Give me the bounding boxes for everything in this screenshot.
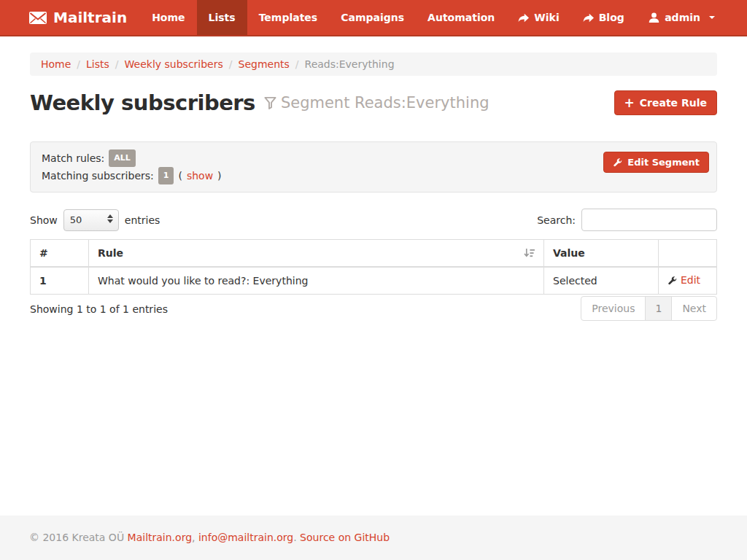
column-header-actions	[659, 240, 717, 268]
brand-label: Mailtrain	[53, 9, 127, 26]
nav-label: Wiki	[534, 12, 559, 23]
page-title: Weekly subscribers	[30, 90, 255, 115]
footer-separator: ,	[192, 532, 195, 543]
nav-item-campaigns[interactable]: Campaigns	[329, 0, 416, 35]
nav-label: Home	[152, 12, 185, 23]
pagination-previous-button[interactable]: Previous	[581, 296, 646, 321]
column-header-value[interactable]: Value	[544, 240, 659, 268]
matching-subscribers-label: Matching subscribers:	[42, 168, 154, 183]
table-controls: Show 50 entries Search:	[30, 209, 717, 231]
entries-label: entries	[125, 214, 160, 226]
breadcrumb-segments[interactable]: Segments	[239, 58, 290, 70]
edit-segment-label: Edit Segment	[627, 157, 700, 168]
show-subscribers-link[interactable]: show	[187, 168, 213, 183]
source-github-link[interactable]: Source on GitHub	[300, 532, 390, 543]
user-icon	[649, 12, 659, 23]
breadcrumb-current: Reads:Everything	[305, 58, 395, 70]
rule-number-cell: 1	[31, 267, 89, 294]
nav-label: Templates	[259, 12, 318, 23]
nav-label: Blog	[599, 12, 624, 23]
edit-segment-button[interactable]: Edit Segment	[603, 152, 709, 173]
top-navbar: Mailtrain Home Lists Templates Campaigns…	[0, 0, 747, 36]
nav-item-automation[interactable]: Automation	[416, 0, 506, 35]
chevron-down-icon	[709, 16, 715, 19]
wrench-icon	[613, 158, 622, 167]
paren-close: )	[217, 168, 221, 183]
breadcrumb-home[interactable]: Home	[41, 58, 71, 70]
search-label: Search:	[537, 214, 576, 226]
mailtrain-org-link[interactable]: Mailtrain.org	[128, 532, 192, 543]
breadcrumb-separator: /	[77, 58, 80, 70]
page-footer: © 2016 Kreata OÜ Mailtrain.org, info@mai…	[0, 516, 747, 560]
table-row: 1 What would you like to read?: Everythi…	[31, 267, 717, 294]
user-menu[interactable]: admin	[637, 0, 727, 35]
value-cell: Selected	[544, 267, 659, 294]
pagination-page-1-button[interactable]: 1	[645, 296, 672, 321]
matching-count-badge: 1	[158, 167, 174, 184]
column-header-rule[interactable]: Rule	[89, 240, 544, 268]
edit-rule-label: Edit	[681, 274, 700, 286]
footer-separator: .	[293, 532, 296, 543]
rules-table: # Rule Value	[30, 239, 717, 295]
pagination: Previous 1 Next	[581, 296, 717, 321]
segment-panel: Match rules: ALL Matching subscribers: 1…	[30, 141, 717, 192]
page-subtitle: Segment Reads:Everything	[264, 94, 489, 112]
page-header: Weekly subscribers Segment Reads:Everyth…	[30, 90, 717, 115]
copyright-text: © 2016 Kreata OÜ	[29, 532, 124, 543]
nav-label: Lists	[209, 12, 236, 23]
external-link-icon	[518, 13, 529, 23]
nav-item-wiki[interactable]: Wiki	[506, 0, 570, 35]
paren-open: (	[178, 168, 182, 183]
brand-mailtrain[interactable]: Mailtrain	[0, 0, 140, 35]
page-size-value: 50	[70, 214, 82, 225]
action-cell: Edit	[659, 267, 717, 294]
breadcrumb-separator: /	[115, 58, 119, 70]
nav-item-lists[interactable]: Lists	[197, 0, 247, 35]
sort-icon	[524, 249, 535, 258]
wrench-icon	[667, 276, 677, 285]
envelope-icon	[29, 12, 47, 24]
filter-icon	[264, 96, 276, 109]
breadcrumb-separator: /	[229, 58, 233, 70]
nav-item-templates[interactable]: Templates	[247, 0, 330, 35]
create-rule-button[interactable]: + Create Rule	[614, 90, 717, 115]
table-footer: Showing 1 to 1 of 1 entries Previous 1 N…	[30, 296, 717, 321]
column-header-rule-label: Rule	[98, 247, 123, 259]
search-input[interactable]	[581, 209, 717, 231]
nav-label: Automation	[427, 12, 495, 23]
match-rules-label: Match rules:	[42, 151, 104, 166]
breadcrumb: Home / Lists / Weekly subscribers / Segm…	[30, 52, 717, 76]
select-spinner-icon	[107, 214, 113, 223]
user-label: admin	[665, 12, 700, 23]
email-link[interactable]: info@mailtrain.org	[198, 532, 293, 543]
breadcrumb-weekly-subscribers[interactable]: Weekly subscribers	[125, 58, 223, 70]
column-header-number[interactable]: #	[31, 240, 89, 268]
breadcrumb-lists[interactable]: Lists	[86, 58, 109, 70]
rule-cell: What would you like to read?: Everything	[89, 267, 544, 294]
nav-item-home[interactable]: Home	[140, 0, 196, 35]
nav-item-blog[interactable]: Blog	[571, 0, 636, 35]
breadcrumb-separator: /	[295, 58, 299, 70]
entries-info: Showing 1 to 1 of 1 entries	[30, 296, 168, 315]
page-subtitle-label: Segment Reads:Everything	[281, 94, 489, 112]
match-rules-badge: ALL	[109, 149, 136, 167]
pagination-next-button[interactable]: Next	[671, 296, 717, 321]
page-size-select[interactable]: 50	[63, 209, 119, 231]
edit-rule-link[interactable]: Edit	[667, 274, 700, 286]
create-rule-label: Create Rule	[640, 97, 707, 109]
nav-label: Campaigns	[341, 12, 404, 23]
external-link-icon	[583, 13, 594, 23]
show-label: Show	[30, 214, 58, 226]
table-header-row: # Rule Value	[31, 240, 717, 268]
plus-icon: +	[624, 98, 635, 108]
